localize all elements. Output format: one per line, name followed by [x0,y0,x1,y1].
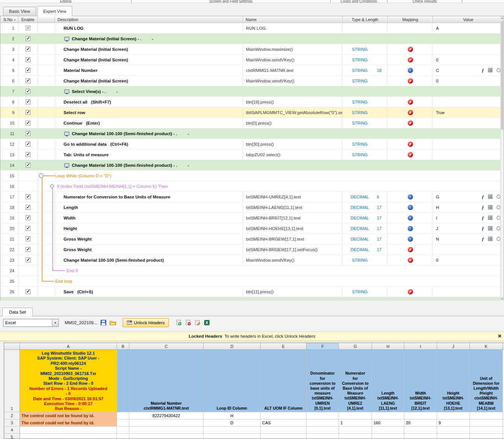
script-row-15[interactable]: 15Loop While (Column D = "D") [0,171,504,181]
col-header-description[interactable]: Description [55,16,243,23]
cell-F2[interactable] [307,412,339,419]
script-row-1[interactable]: 1RUN LOGRUN LOGA [0,23,504,34]
column-header-G[interactable]: G [339,343,372,350]
enable-checkbox[interactable] [26,68,30,73]
mapped-up-icon[interactable] [408,205,413,210]
cell-K5[interactable] [470,434,503,439]
col-header-name[interactable]: Name [243,16,343,23]
cell-E5[interactable] [261,434,307,439]
script-row-4[interactable]: 4Change Material (Initial Screen)MainWin… [0,55,504,65]
cell-B3[interactable] [117,419,129,427]
enable-checkbox[interactable] [26,163,30,168]
cell-F5[interactable] [307,434,339,439]
row-header-1[interactable]: 1 [4,350,20,412]
cell-C1-header[interactable]: Material Number ctxtRMMG1-MATNR.text [129,350,203,412]
pushpin-icon[interactable] [408,78,413,84]
col-header-enable[interactable]: Enable [18,16,38,23]
enable-checkbox[interactable] [26,47,30,52]
script-row-11[interactable]: 11Change Material 100-100 (Semi-finished… [0,128,504,139]
cell-D4[interactable] [203,427,261,434]
pushpin-icon[interactable] [408,99,413,105]
script-row-26[interactable]: 26Save (Ctrl+S)btn[11].press()STRING [0,287,504,297]
cell-G1-header[interactable]: Numerator for Conversion to Base Units o… [339,350,372,412]
cell-H5[interactable] [372,434,404,439]
expression-icon[interactable]: ƒ [482,195,484,199]
vertical-scrollbar[interactable]: ▲ ▼ [500,16,504,300]
cell-C2[interactable]: 822279430422 [129,412,203,419]
enable-checkbox[interactable] [26,247,30,252]
cell-B4[interactable] [117,427,129,434]
row-header-4[interactable]: 4 [4,427,20,434]
col-header-sno[interactable]: S.No ▲ [0,16,18,23]
cell-E4[interactable] [261,427,307,434]
script-row-6[interactable]: 6Change Material (Initial Screen)MainWin… [0,76,504,86]
cell-H2[interactable] [372,412,404,419]
mapped-up-icon[interactable] [408,194,413,200]
unlock-headers-button[interactable]: Unlock Headers [123,318,169,327]
enable-checkbox[interactable] [26,110,30,115]
open-file-button[interactable] [108,318,117,327]
script-row-7[interactable]: 7Select View(s) - .- [0,86,504,97]
cell-H3[interactable]: 160 [372,419,404,427]
enable-checkbox[interactable] [26,258,30,262]
script-row-2[interactable]: 2Change Material (Initial Screen) - .- [0,34,504,44]
enable-checkbox[interactable] [26,236,30,241]
script-row-18[interactable]: 18LengthtxtSMEINH-LAENG[11,1].textDECIMA… [0,202,504,213]
grid-icon[interactable] [488,68,492,72]
script-row-3[interactable]: 3Change Material (Initial Screen)MainWin… [0,44,504,55]
cell-A5[interactable] [20,434,117,439]
script-row-24[interactable]: 24End If [0,265,504,276]
pushpin-icon[interactable] [408,247,413,252]
enable-checkbox[interactable] [26,36,30,41]
cell-K4[interactable] [470,427,503,434]
cell-A4[interactable] [20,427,117,434]
edit-data-button[interactable] [193,318,202,327]
script-row-19[interactable]: 19WidthtxtSMEINH-BREIT[12,1].textDECIMAL… [0,213,504,223]
mapped-up-icon[interactable] [408,236,413,242]
script-row-22[interactable]: 22Gross WeighttxtSMEINH-BRGEW[17,1].setF… [0,244,504,255]
grid-icon[interactable] [488,237,492,241]
cell-H4[interactable] [372,427,404,434]
column-header-H[interactable]: H [372,343,404,350]
column-header-E[interactable]: E [261,343,307,350]
column-header-K[interactable]: K [470,343,503,350]
script-row-25[interactable]: 25End loop [0,276,504,287]
close-icon[interactable]: × [498,333,501,339]
col-header-value[interactable]: Value [433,16,504,23]
select-all-corner[interactable] [4,343,20,350]
cell-A3[interactable]: The control could not be found by id. [20,419,117,427]
delete-record-button[interactable] [184,318,193,327]
cell-I4[interactable] [404,427,437,434]
column-header-D[interactable]: D [203,343,261,350]
grid-icon[interactable] [488,216,492,220]
cell-B5[interactable] [117,434,129,439]
expression-icon[interactable]: ƒ [482,205,484,209]
script-row-16[interactable]: 16If (Index Field ctxtSMEINH-MEINH[1,1] … [0,181,504,192]
enable-checkbox[interactable] [26,78,30,83]
mapped-up-icon[interactable] [408,215,413,221]
enable-checkbox[interactable] [26,215,30,220]
cell-J5[interactable] [437,434,470,439]
column-header-C[interactable]: C [129,343,203,350]
column-header-A[interactable]: A [20,343,117,350]
expression-icon[interactable]: ƒ [482,226,484,230]
cell-C4[interactable] [129,427,203,434]
grid-icon[interactable] [488,195,492,199]
cell-I3[interactable]: 20 [404,419,437,427]
tab-basic-view[interactable]: Basic View [3,7,36,16]
col-header-type-length[interactable]: Type & Length [343,16,388,23]
script-row-10[interactable]: 10Continue (Enter)btn[0].press()STRING [0,118,504,128]
cell-G5[interactable] [339,434,372,439]
mapped-up-icon[interactable] [408,68,413,73]
enable-checkbox[interactable] [26,226,30,231]
tab-expert-view[interactable]: Expert View [37,6,72,16]
enable-checkbox[interactable] [26,142,30,146]
pushpin-icon[interactable] [408,258,413,263]
mapped-up-icon[interactable] [408,226,413,231]
column-header-B[interactable]: B [117,343,129,350]
expression-icon[interactable]: ƒ [482,237,484,241]
script-row-9[interactable]: 9Select rowtblISAPLMGMMTC_VIEW.getAbsolu… [0,107,504,118]
enable-checkbox[interactable] [26,131,30,136]
enable-checkbox[interactable] [26,289,30,294]
chevron-down-icon[interactable]: ▼ [52,319,58,326]
